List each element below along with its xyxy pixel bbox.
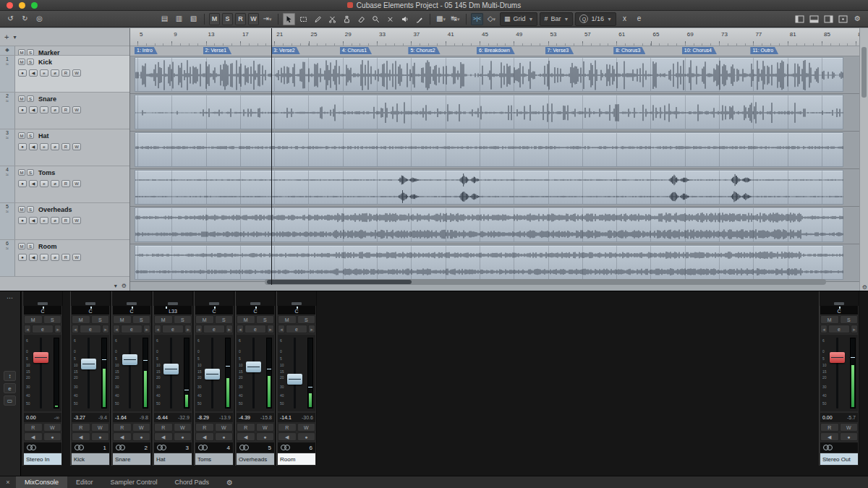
- track-edit-channel-icon[interactable]: e: [40, 69, 48, 77]
- range-selection-tool[interactable]: [297, 13, 310, 25]
- channel-name[interactable]: Overheads: [237, 453, 274, 465]
- channel-name[interactable]: Snare: [113, 453, 150, 465]
- write-button[interactable]: W: [256, 423, 275, 432]
- track-row-toms[interactable]: 4≈MSToms●◀eøRW: [0, 166, 129, 203]
- track-list-settings-button[interactable]: ⚙: [122, 283, 127, 289]
- channel-name[interactable]: Toms: [195, 453, 233, 465]
- fader-db-value[interactable]: -4.39: [239, 415, 250, 420]
- track-monitor-icon[interactable]: ◀: [29, 69, 38, 77]
- close-lower-zone-button[interactable]: ×: [0, 479, 16, 486]
- channel-rack-handle[interactable]: [71, 291, 110, 306]
- track-edit-channel-icon[interactable]: e: [40, 106, 48, 114]
- ruler[interactable]: 5913172125293337414549535761656973778185…: [130, 28, 859, 46]
- autoscroll-button[interactable]: ⇥▾: [261, 13, 273, 25]
- deactivate-all-solo-button[interactable]: S: [222, 13, 233, 25]
- track-solo-button[interactable]: S: [27, 95, 34, 102]
- track-solo-button[interactable]: S: [27, 206, 34, 213]
- monitor-button[interactable]: ◀: [113, 432, 132, 441]
- glue-tool[interactable]: [341, 13, 353, 25]
- expand-tracks-button[interactable]: ▾: [114, 283, 117, 289]
- solo-button[interactable]: S: [840, 315, 859, 324]
- tab-mixconsole[interactable]: MixConsole: [16, 476, 67, 488]
- track-edit-channel-icon[interactable]: e: [40, 254, 48, 261]
- track-monitor-icon[interactable]: ◀: [29, 254, 38, 261]
- track-record-arm-icon[interactable]: ●: [18, 69, 27, 77]
- show-meter-bridge-button[interactable]: ↕: [4, 371, 16, 381]
- track-monitor-icon[interactable]: ◀: [29, 180, 38, 187]
- solo-button[interactable]: S: [215, 315, 234, 324]
- track-mute-button[interactable]: M: [18, 95, 25, 102]
- horizontal-scrollbar[interactable]: [265, 279, 826, 285]
- monitor-button[interactable]: ◀: [24, 432, 43, 441]
- write-button[interactable]: W: [91, 423, 110, 432]
- write-button[interactable]: W: [297, 423, 316, 432]
- draw-tool[interactable]: [312, 13, 324, 25]
- nudge-palette-button[interactable]: ↹▾: [449, 13, 461, 25]
- write-button[interactable]: W: [43, 423, 62, 432]
- track-record-arm-icon[interactable]: ●: [18, 217, 27, 224]
- record-arm-button[interactable]: ●: [840, 432, 859, 441]
- prev-channel-button[interactable]: ◂: [278, 325, 285, 333]
- monitor-button[interactable]: ◀: [820, 432, 839, 441]
- track-mute-button[interactable]: M: [18, 169, 25, 176]
- marker-flag[interactable]: 7: Verse3: [545, 47, 574, 54]
- track-solo-button[interactable]: S: [27, 49, 34, 55]
- activate-project-button[interactable]: ◎: [33, 13, 46, 25]
- grid-mode-select[interactable]: ▦ Grid ▼: [500, 12, 537, 26]
- channel-rack-handle[interactable]: [195, 291, 234, 306]
- next-channel-button[interactable]: ▸: [102, 325, 109, 333]
- write-button[interactable]: W: [174, 423, 192, 432]
- track-write-automation-icon[interactable]: W: [72, 217, 81, 224]
- pan-control[interactable]: C: [72, 306, 109, 314]
- edit-channel-button[interactable]: e: [121, 325, 142, 333]
- track-row-snare[interactable]: 2≈MSSnare●◀eøRW: [0, 93, 129, 129]
- read-button[interactable]: R: [154, 423, 173, 432]
- monitor-button[interactable]: ◀: [278, 432, 297, 441]
- show-left-zone-button[interactable]: [793, 13, 806, 25]
- solo-button[interactable]: S: [256, 315, 275, 324]
- solo-button[interactable]: S: [43, 315, 62, 324]
- track-solo-button[interactable]: S: [27, 59, 34, 65]
- tab-chord-pads[interactable]: Chord Pads: [166, 476, 218, 488]
- channel-name[interactable]: Stereo Out: [820, 453, 858, 465]
- track-row-marker[interactable]: ◆MSMarker: [0, 46, 129, 56]
- fader-handle[interactable]: [205, 369, 220, 380]
- fader-db-value[interactable]: -8.29: [197, 415, 209, 420]
- channel-rack-handle[interactable]: [153, 291, 192, 306]
- color-menu-button[interactable]: ▩▾: [435, 13, 447, 25]
- track-monitor-icon[interactable]: ◀: [29, 217, 38, 224]
- record-arm-button[interactable]: ●: [215, 432, 234, 441]
- solo-button[interactable]: S: [91, 315, 110, 324]
- audio-event[interactable]: [135, 57, 843, 92]
- prev-channel-button[interactable]: ◂: [237, 325, 244, 333]
- read-all-button[interactable]: R: [235, 13, 246, 25]
- track-read-automation-icon[interactable]: R: [61, 180, 70, 187]
- marker-flag[interactable]: 10: Chorus4: [682, 47, 717, 54]
- undo-button[interactable]: ↺: [4, 13, 17, 25]
- fader-handle[interactable]: [287, 374, 302, 385]
- track-freeze-icon[interactable]: ø: [51, 143, 59, 150]
- fader-handle[interactable]: [81, 359, 96, 369]
- track-monitor-icon[interactable]: ◀: [29, 143, 38, 150]
- show-racks-button[interactable]: ▭: [4, 395, 16, 406]
- edit-channel-button[interactable]: e: [162, 325, 184, 333]
- prev-channel-button[interactable]: ◂: [72, 325, 79, 333]
- snap-to-zero-crossing-button[interactable]: ▧: [187, 13, 200, 25]
- mute-button[interactable]: M: [278, 315, 297, 324]
- mute-button[interactable]: M: [72, 315, 90, 324]
- next-channel-button[interactable]: ▸: [851, 325, 858, 333]
- zoom-tool[interactable]: [370, 13, 382, 25]
- edit-channel-rack-button[interactable]: e: [4, 383, 16, 393]
- audio-event[interactable]: [135, 132, 843, 167]
- track-write-automation-icon[interactable]: W: [72, 180, 81, 187]
- track-write-automation-icon[interactable]: W: [72, 143, 81, 150]
- channel-name[interactable]: Hat: [154, 453, 192, 465]
- audio-event[interactable]: [135, 170, 843, 205]
- fader-handle[interactable]: [33, 352, 48, 363]
- record-arm-button[interactable]: ●: [132, 432, 151, 441]
- audio-event[interactable]: [135, 207, 843, 242]
- track-freeze-icon[interactable]: ø: [51, 69, 59, 77]
- edit-channel-button[interactable]: e: [244, 325, 266, 333]
- channel-rack-handle[interactable]: [112, 291, 151, 306]
- track-read-automation-icon[interactable]: R: [61, 106, 70, 114]
